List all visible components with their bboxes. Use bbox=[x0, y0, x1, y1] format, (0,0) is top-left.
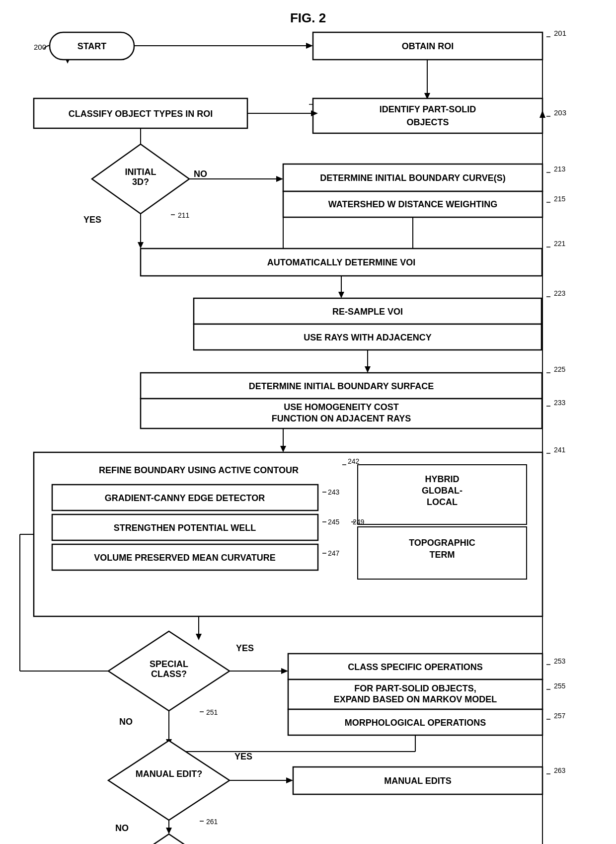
ref-201: 201 bbox=[554, 29, 566, 37]
flowchart-diagram: FIG. 2 200 START 201 OBTAIN ROI CLASSIFY… bbox=[0, 0, 616, 844]
use-rays-label: USE RAYS WITH ADJACENCY bbox=[304, 333, 432, 342]
ref-263: 263 bbox=[554, 766, 566, 774]
part-solid-label1: FOR PART-SOLID OBJECTS, bbox=[354, 683, 476, 693]
svg-marker-31 bbox=[280, 446, 286, 452]
ref-223: 223 bbox=[554, 289, 566, 297]
yes-label-261: YES bbox=[234, 752, 252, 761]
ref-245: 245 bbox=[328, 518, 340, 526]
auto-voi-label: AUTOMATICALLY DETERMINE VOI bbox=[267, 257, 415, 267]
ref-255: 255 bbox=[554, 682, 566, 690]
ref-203: 203 bbox=[554, 108, 566, 117]
homogeneity-label1: USE HOMOGENEITY COST bbox=[284, 402, 399, 412]
part-solid-label2: EXPAND BASED ON MARKOV MODEL bbox=[334, 694, 497, 704]
svg-marker-27 bbox=[365, 366, 371, 373]
manual-edits-label: MANUAL EDITS bbox=[384, 776, 452, 786]
class-specific-label: CLASS SPECIFIC OPERATIONS bbox=[348, 662, 483, 672]
hybrid-label3: LOCAL bbox=[427, 497, 458, 507]
yes-label-251: YES bbox=[236, 643, 254, 653]
initial3d-label: INITIAL bbox=[125, 167, 156, 177]
refine-label: REFINE BOUNDARY USING ACTIVE CONTOUR bbox=[99, 465, 299, 475]
special-class-label2: CLASS? bbox=[151, 669, 187, 679]
topographic-label2: TERM bbox=[430, 550, 455, 560]
no-label-261: NO bbox=[115, 823, 129, 833]
svg-marker-16 bbox=[276, 176, 283, 182]
svg-marker-56 bbox=[166, 828, 172, 834]
hybrid-label1: HYBRID bbox=[425, 474, 459, 484]
watershed-label: WATERSHED W DISTANCE WEIGHTING bbox=[328, 199, 497, 209]
classify-label: CLASSIFY OBJECT TYPES IN ROI bbox=[69, 109, 213, 119]
identify-label2: OBJECTS bbox=[406, 117, 449, 127]
figure-title: FIG. 2 bbox=[290, 10, 326, 25]
ref-200: 200 bbox=[34, 43, 46, 51]
ref-247: 247 bbox=[328, 549, 340, 557]
ref-242: 242 bbox=[348, 457, 360, 465]
no-label-251: NO bbox=[119, 717, 133, 727]
resample-label: RE-SAMPLE VOI bbox=[332, 307, 403, 317]
initial3d-label2: 3D? bbox=[132, 177, 149, 187]
ref-233: 233 bbox=[554, 399, 566, 407]
homogeneity-label2: FUNCTION ON ADJACENT RAYS bbox=[272, 414, 411, 423]
topographic-label1: TOPOGRAPHIC bbox=[409, 538, 475, 548]
ref-251: 251 bbox=[206, 708, 218, 716]
ref-261: 261 bbox=[206, 818, 218, 826]
svg-rect-10 bbox=[313, 98, 542, 133]
svg-marker-51 bbox=[108, 741, 230, 820]
volume-label: VOLUME PRESERVED MEAN CURVATURE bbox=[94, 553, 276, 563]
morphological-label: MORPHOLOGICAL OPERATIONS bbox=[345, 718, 486, 728]
det-boundary-surface-label: DETERMINE INITIAL BOUNDARY SURFACE bbox=[249, 381, 434, 391]
gradient-label: GRADIENT-CANNY EDGE DETECTOR bbox=[105, 493, 265, 503]
start-label: START bbox=[77, 41, 107, 51]
ref-221: 221 bbox=[554, 240, 566, 248]
det-boundary-curve-label: DETERMINE INITIAL BOUNDARY CURVE(S) bbox=[320, 173, 505, 183]
hybrid-label2: GLOBAL- bbox=[422, 486, 462, 496]
no-label-211: NO bbox=[194, 169, 207, 179]
ref-211: 211 bbox=[178, 211, 190, 219]
yes-label-211: YES bbox=[83, 215, 101, 225]
manual-edit-label1: MANUAL EDIT? bbox=[136, 769, 203, 779]
svg-marker-4 bbox=[306, 43, 313, 49]
ref-253: 253 bbox=[554, 657, 566, 665]
special-class-label1: SPECIAL bbox=[150, 659, 188, 669]
svg-marker-42 bbox=[281, 668, 288, 674]
svg-marker-57 bbox=[108, 834, 230, 844]
ref-213: 213 bbox=[554, 165, 566, 173]
ref-241: 241 bbox=[554, 446, 566, 454]
ref-257: 257 bbox=[554, 712, 566, 720]
obtain-roi-label: OBTAIN ROI bbox=[402, 41, 454, 51]
svg-marker-53 bbox=[286, 777, 293, 783]
strengthen-label: STRENGTHEN POTENTIAL WELL bbox=[114, 523, 256, 533]
identify-label: IDENTIFY PART-SOLID bbox=[380, 104, 476, 114]
svg-marker-23 bbox=[338, 292, 344, 298]
ref-215: 215 bbox=[554, 195, 566, 203]
ref-243: 243 bbox=[328, 488, 340, 496]
svg-marker-20 bbox=[138, 242, 144, 249]
svg-marker-39 bbox=[196, 634, 202, 640]
ref-225: 225 bbox=[554, 365, 566, 373]
